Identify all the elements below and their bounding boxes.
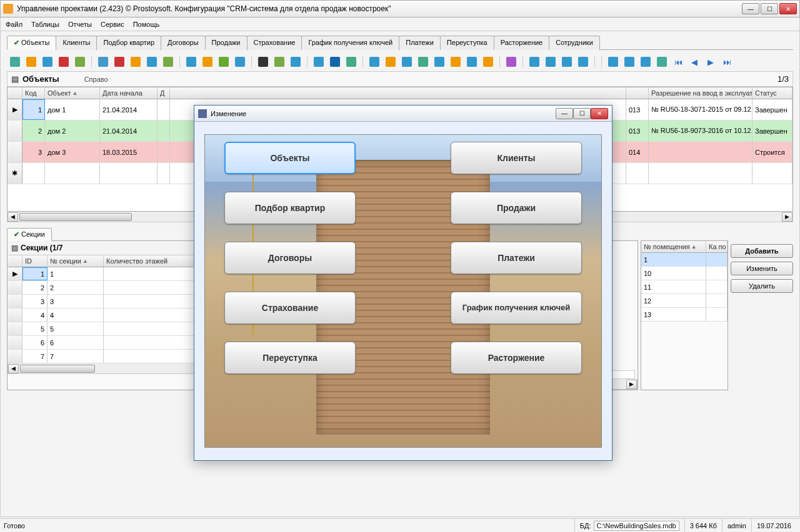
toolbar-button[interactable] (606, 55, 620, 69)
modal-btn-sales[interactable]: Продажи (451, 192, 582, 224)
cell-end[interactable]: 013 (626, 121, 649, 141)
menu-service[interactable]: Сервис (101, 21, 124, 28)
table-row[interactable]: 10 (641, 267, 728, 280)
cell-perm[interactable] (649, 163, 752, 184)
scroll-right-icon[interactable]: ▶ (626, 380, 637, 389)
modal-btn-payments[interactable]: Платежи (451, 242, 582, 274)
cell-room[interactable]: 10 (641, 267, 706, 280)
menu-file[interactable]: Файл (6, 21, 22, 28)
cell-id[interactable]: 7 (22, 350, 48, 363)
tab-contracts[interactable]: Договоры (161, 36, 205, 50)
modal-btn-insurance[interactable]: Страхование (224, 292, 356, 324)
toolbar-button[interactable] (449, 55, 462, 69)
cell-section[interactable]: 7 (48, 350, 104, 363)
cell-section[interactable]: 2 (48, 281, 104, 294)
modal-btn-contracts[interactable]: Договоры (224, 242, 356, 274)
cell-id[interactable]: 1 (22, 267, 48, 280)
toolbar-button[interactable] (129, 55, 142, 69)
toolbar-button[interactable] (622, 55, 636, 69)
toolbar-button[interactable] (384, 55, 398, 69)
toolbar-button[interactable] (184, 55, 198, 69)
cell-status[interactable]: Завершен (752, 99, 792, 120)
toolbar-button[interactable] (201, 55, 214, 69)
delete-button[interactable]: Удалить (731, 279, 793, 293)
col-start-date[interactable]: Дата начала (100, 87, 158, 99)
cell-object[interactable] (45, 163, 100, 184)
cell-ka[interactable] (706, 308, 728, 321)
table-row[interactable]: 13 (641, 308, 728, 322)
toolbar-button[interactable] (73, 55, 87, 69)
cell-status[interactable]: Завершен (752, 121, 792, 141)
nav-button[interactable]: ◀ (688, 55, 701, 69)
toolbar-button[interactable] (416, 55, 430, 69)
toolbar-button[interactable] (655, 55, 669, 69)
col-status[interactable]: Статус (752, 87, 792, 99)
cell-id[interactable]: 4 (22, 308, 48, 322)
cell-status[interactable] (752, 163, 792, 184)
tab-keys[interactable]: График получения ключей (301, 36, 399, 50)
cell-ka[interactable] (706, 253, 728, 266)
edit-button[interactable]: Изменить (731, 262, 793, 275)
modal-maximize-button[interactable]: ☐ (573, 108, 591, 119)
toolbar-button[interactable] (8, 55, 22, 69)
toolbar-button[interactable] (41, 55, 54, 69)
tab-payments[interactable]: Платежи (399, 36, 441, 50)
tab-insurance[interactable]: Страхование (247, 36, 302, 50)
toolbar-button[interactable] (217, 55, 231, 69)
tab-flats[interactable]: Подбор квартир (96, 36, 161, 50)
cell-end[interactable]: 013 (626, 99, 649, 120)
cell-ka[interactable] (706, 267, 728, 280)
toolbar-button[interactable] (57, 55, 71, 69)
modal-btn-objects[interactable]: Объекты (224, 142, 356, 174)
toolbar-button[interactable] (289, 55, 302, 69)
cell-section[interactable]: 5 (48, 322, 104, 335)
cell-id[interactable]: 3 (22, 295, 48, 308)
toolbar-button[interactable] (272, 55, 286, 69)
modal-btn-keys[interactable]: График получения ключей (451, 292, 582, 324)
cell-d[interactable] (158, 99, 170, 120)
nav-button[interactable]: ⏮ (671, 55, 685, 69)
db-path-field[interactable]: C:\NewBuildingSales.mdb (594, 521, 679, 531)
tab-cancel[interactable]: Расторжение (494, 36, 550, 50)
toolbar-button[interactable] (576, 55, 590, 69)
col-code[interactable]: Код (22, 87, 45, 99)
cell-d[interactable] (158, 142, 170, 162)
toolbar-button[interactable] (256, 55, 270, 69)
cell-date[interactable]: 18.03.2015 (100, 142, 158, 162)
cell-room[interactable]: 13 (641, 308, 706, 321)
scroll-thumb[interactable] (20, 365, 95, 373)
cell-ka[interactable] (706, 280, 728, 293)
toolbar-button[interactable] (368, 55, 381, 69)
cell-code[interactable] (22, 163, 45, 184)
toolbar-button[interactable] (639, 55, 652, 69)
cell-room[interactable]: 11 (641, 280, 706, 293)
col-permission[interactable]: Разрешение на ввод в эксплуатацию (649, 87, 752, 99)
col-room-num[interactable]: № помещения▲ (641, 241, 706, 252)
toolbar-button[interactable] (233, 55, 247, 69)
tab-clients[interactable]: Клиенты (56, 36, 97, 50)
cell-date[interactable]: 21.04.2014 (100, 121, 158, 141)
table-row[interactable]: 12 (641, 294, 728, 308)
toolbar-button[interactable] (481, 55, 495, 69)
menu-tables[interactable]: Таблицы (31, 21, 59, 28)
col-id[interactable]: ID (22, 255, 48, 267)
cell-date[interactable]: 21.04.2014 (100, 99, 158, 120)
modal-btn-reassign[interactable]: Переуступка (224, 342, 356, 374)
col-end[interactable] (626, 87, 649, 99)
toolbar-button[interactable] (312, 55, 326, 69)
cell-section[interactable]: 3 (48, 295, 104, 308)
toolbar-button[interactable] (161, 55, 175, 69)
toolbar-button[interactable] (400, 55, 414, 69)
scroll-right-icon[interactable]: ▶ (782, 212, 792, 222)
cell-code[interactable]: 1 (22, 99, 45, 120)
cell-object[interactable]: дом 3 (45, 142, 100, 162)
toolbar-button[interactable] (528, 55, 541, 69)
cell-date[interactable] (100, 163, 158, 184)
cell-perm[interactable]: № RU50-18-3071-2015 от 09.12.2015 (649, 99, 752, 120)
cell-d[interactable] (158, 121, 170, 141)
scroll-left-icon[interactable]: ◀ (8, 364, 19, 373)
toolbar-button[interactable] (544, 55, 558, 69)
toolbar-button[interactable] (328, 55, 342, 69)
tab-employees[interactable]: Сотрудники (549, 36, 600, 50)
cell-end[interactable]: 014 (626, 142, 649, 162)
